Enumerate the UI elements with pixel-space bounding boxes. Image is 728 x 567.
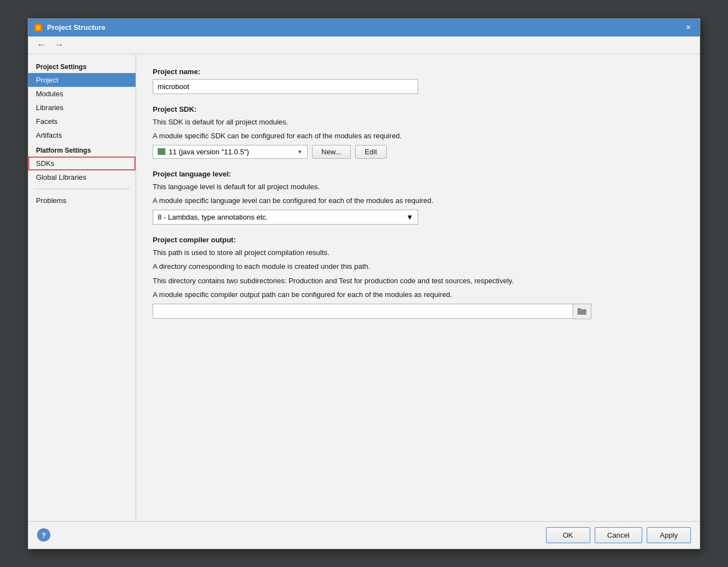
app-icon (34, 23, 43, 32)
compiler-output-browse-button[interactable] (573, 304, 591, 319)
svg-rect-2 (37, 26, 40, 29)
project-sdk-desc2: A module specific SDK can be configured … (153, 131, 683, 142)
project-language-desc1: This language level is default for all p… (153, 181, 683, 193)
folder-icon (578, 308, 586, 315)
project-sdk-group: Project SDK: This SDK is default for all… (153, 105, 683, 159)
project-compiler-group: Project compiler output: This path is us… (153, 236, 683, 319)
compiler-output-row (153, 304, 683, 319)
project-language-group: Project language level: This language le… (153, 170, 683, 225)
language-level-arrow-icon: ▼ (406, 213, 413, 221)
help-button[interactable]: ? (37, 528, 50, 542)
language-level-value: 8 - Lambdas, type annotations etc. (158, 213, 268, 221)
platform-settings-section-label: Platform Settings (28, 142, 136, 157)
project-name-label: Project name: (153, 67, 683, 76)
apply-button[interactable]: Apply (647, 527, 691, 543)
dialog-footer: ? OK Cancel Apply (28, 521, 700, 549)
sidebar-item-facets[interactable]: Facets (28, 115, 136, 128)
project-language-desc2: A module specific language level can be … (153, 195, 683, 206)
forward-button[interactable]: → (51, 39, 67, 51)
sidebar-item-sdks[interactable]: SDKs (28, 157, 136, 170)
sidebar-item-libraries[interactable]: Libraries (28, 101, 136, 115)
main-panel: Project name: Project SDK: This SDK is d… (136, 54, 700, 521)
project-compiler-desc2: A directory corresponding to each module… (153, 261, 683, 272)
svg-rect-4 (578, 308, 581, 310)
sdk-row: 11 (java version "11.0.5") ▼ New... Edit (153, 145, 683, 159)
compiler-output-input[interactable] (153, 304, 573, 319)
title-bar-left: Project Structure (34, 23, 105, 32)
sidebar-divider (34, 189, 130, 189)
project-structure-dialog: Project Structure × ← → Project Settings… (28, 18, 700, 549)
sidebar-item-artifacts[interactable]: Artifacts (28, 128, 136, 142)
project-compiler-label: Project compiler output: (153, 236, 683, 244)
sidebar-item-global-libraries[interactable]: Global Libraries (28, 170, 136, 184)
project-name-input[interactable] (153, 79, 418, 94)
language-level-select[interactable]: 8 - Lambdas, type annotations etc. ▼ (153, 210, 418, 225)
sdk-select[interactable]: 11 (java version "11.0.5") ▼ (153, 145, 308, 159)
sdk-edit-button[interactable]: Edit (355, 145, 386, 159)
sdk-value: 11 (java version "11.0.5") (169, 148, 249, 156)
project-settings-section-label: Project Settings (28, 59, 136, 73)
project-compiler-desc3: This directory contains two subdirectori… (153, 275, 683, 287)
content-area: Project Settings Project Modules Librari… (28, 54, 700, 521)
nav-bar: ← → (28, 37, 700, 54)
ok-button[interactable]: OK (546, 527, 590, 543)
back-button[interactable]: ← (34, 39, 49, 51)
project-sdk-label: Project SDK: (153, 105, 683, 113)
sidebar-item-project[interactable]: Project (28, 73, 136, 87)
project-sdk-desc1: This SDK is default for all project modu… (153, 117, 683, 128)
title-bar: Project Structure × (28, 19, 700, 37)
close-button[interactable]: × (683, 22, 694, 33)
sdk-new-button[interactable]: New... (312, 145, 351, 159)
sdk-dropdown-arrow-icon: ▼ (297, 149, 303, 155)
cancel-button[interactable]: Cancel (595, 527, 642, 543)
sdk-folder-icon (158, 148, 165, 155)
sidebar-item-problems[interactable]: Problems (28, 194, 136, 207)
project-name-group: Project name: (153, 67, 683, 94)
dialog-title: Project Structure (47, 23, 105, 32)
project-compiler-desc4: A module specific compiler output path c… (153, 289, 683, 300)
project-compiler-desc1: This path is used to store all project c… (153, 247, 683, 258)
sidebar-item-modules[interactable]: Modules (28, 87, 136, 101)
project-language-label: Project language level: (153, 170, 683, 178)
sidebar: Project Settings Project Modules Librari… (28, 54, 136, 521)
